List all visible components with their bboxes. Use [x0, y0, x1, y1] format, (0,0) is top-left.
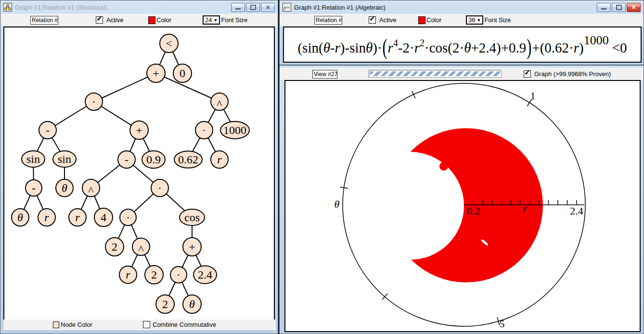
solution-region-bite — [356, 152, 464, 260]
algebraic-window-title: Graph #1:Relation #1 (Algebraic) — [294, 4, 386, 11]
formula-token: +(0.62· — [532, 40, 573, 55]
tree-node-label: 0.9 — [146, 153, 161, 166]
chevron-down-icon: ▼ — [477, 18, 481, 23]
close-button[interactable]: × — [627, 3, 641, 12]
tree-node-label: · — [92, 95, 96, 108]
color-label: Color — [426, 16, 441, 24]
formula-token: ) — [526, 34, 532, 60]
maximize-button[interactable] — [612, 3, 626, 12]
structural-titlebar[interactable]: Graph #1:Relation #1 (Structural) × — [0, 0, 278, 14]
structural-footer: Node Color Combine Commutative — [3, 320, 276, 330]
tree-node-label: · — [158, 182, 162, 194]
theta-tick-label: 1 — [530, 90, 536, 102]
graph-proven-label: Graph (>99.9968% Proven) — [534, 70, 611, 78]
relation-name-field[interactable]: Relation #1 — [30, 16, 58, 25]
tree-node-label: · — [177, 268, 180, 281]
formula-canvas[interactable]: (sin(θ-r)-sinθ)·(r4-2·r2·cos(2·θ+2.4)+0.… — [283, 27, 642, 63]
tree-node-label: · — [202, 124, 206, 136]
solution-region-bump — [439, 162, 448, 171]
expression-tree: <+0·^-+·1000sinsin-0.90.62r-θ^·θrr4·cos2… — [4, 27, 274, 320]
formula-token: -2· — [398, 40, 414, 55]
progress-hatch — [370, 71, 500, 76]
tree-node-label: 4 — [101, 211, 106, 224]
color-swatch[interactable] — [148, 16, 155, 24]
formula-token: 1000 — [584, 33, 609, 47]
close-button[interactable]: × — [261, 3, 275, 12]
tree-node-label: 1000 — [223, 124, 246, 136]
formula-token: r — [574, 40, 579, 55]
checkmark-icon: ✓ — [524, 68, 530, 77]
formula-token: ) — [579, 40, 584, 55]
tree-node-label: 0.62 — [178, 153, 198, 166]
r-tick-label: 0.2 — [467, 205, 480, 217]
algebraic-window: y= Graph #1:Relation #1 (Algebraic) × Re… — [279, 0, 644, 65]
formula-token: r — [414, 40, 420, 55]
relation-name-field[interactable]: Relation #1 — [314, 16, 342, 25]
tree-node-label: - — [46, 124, 50, 136]
font-size-label: Font Size — [221, 16, 247, 24]
minimize-icon — [601, 8, 606, 10]
tree-node-label: - — [32, 182, 36, 194]
tree-node-label: r — [75, 211, 80, 224]
formula-token: 2 — [420, 38, 425, 48]
font-size-dropdown[interactable]: 24 ▼ — [203, 15, 220, 25]
tree-node-label: r — [126, 268, 130, 281]
active-label: Active — [106, 16, 123, 24]
tree-node-label: sin — [26, 153, 40, 165]
polar-plot-canvas[interactable]: 15θ0.22.4r — [284, 80, 641, 332]
algebraic-toolbar: Relation #1 ✓ Active Color 36 ▼ Font Siz… — [280, 14, 644, 26]
tree-node-label: 0 — [180, 67, 185, 80]
formula-token: r — [335, 40, 340, 55]
formula-token: <0 — [612, 40, 627, 55]
active-checkbox[interactable]: ✓ — [96, 16, 103, 24]
formula-token: θ — [464, 40, 471, 55]
active-checkbox[interactable]: ✓ — [369, 16, 376, 24]
tree-node-label: r — [44, 211, 49, 224]
proof-progress-bar — [369, 70, 502, 78]
tree-node-label: r — [217, 153, 222, 166]
formula-token: ( — [382, 34, 388, 60]
tree-edge — [94, 73, 156, 102]
expression-tree-canvas[interactable]: <+0·^-+·1000sinsin-0.90.62r-θ^·θrr4·cos2… — [3, 27, 275, 321]
combine-commutative-checkbox[interactable] — [143, 321, 150, 328]
structural-window-title: Graph #1:Relation #1 (Structural) — [15, 4, 107, 11]
formula-token: r — [388, 40, 393, 55]
view-toolbar: View #27 ✓ Graph (>99.9968% Proven) — [280, 68, 644, 80]
tree-node-label: θ — [62, 182, 67, 194]
tree-node-label: 2 — [162, 298, 168, 310]
combine-commutative-label: Combine Commutative — [153, 321, 216, 328]
formula-token: (sin( — [297, 40, 323, 55]
minimize-button[interactable] — [597, 3, 611, 12]
structural-window: Graph #1:Relation #1 (Structural) × Rela… — [0, 0, 278, 334]
formula-token: ·cos(2· — [425, 40, 464, 55]
algebraic-titlebar[interactable]: y= Graph #1:Relation #1 (Algebraic) × — [280, 0, 644, 14]
tree-node-label: θ — [189, 298, 195, 310]
r-tick-label: 2.4 — [570, 205, 583, 217]
chevron-down-icon: ▼ — [213, 18, 218, 23]
formula-token: - — [330, 40, 335, 55]
formula-token: 4 — [393, 38, 398, 48]
tree-node-label: 2 — [112, 240, 117, 253]
formula-token: )· — [373, 40, 382, 55]
maximize-icon — [616, 5, 622, 10]
node-color-swatch[interactable] — [53, 321, 59, 328]
tree-node-label: + — [153, 67, 159, 80]
view-name-field[interactable]: View #27 — [312, 70, 337, 79]
minimize-button[interactable] — [231, 3, 245, 12]
font-size-dropdown[interactable]: 36 ▼ — [466, 15, 483, 25]
tree-icon — [3, 3, 12, 12]
formula-token: )-sin — [340, 40, 366, 55]
minimize-icon — [235, 8, 241, 10]
tree-node-label: + — [189, 240, 195, 253]
maximize-button[interactable] — [246, 3, 260, 12]
tree-node-label: - — [125, 153, 129, 166]
formula-token: θ — [323, 40, 330, 55]
formula-token: +2.4)+0.9 — [471, 40, 526, 55]
font-size-value: 24 — [205, 16, 212, 24]
theta-axis-label: θ — [335, 198, 340, 210]
color-swatch[interactable] — [418, 16, 425, 24]
tree-node-label: cos — [184, 211, 200, 224]
graph-checkbox[interactable]: ✓ — [524, 70, 531, 78]
tree-node-label: 2.4 — [198, 268, 212, 281]
maximize-icon — [250, 5, 256, 10]
